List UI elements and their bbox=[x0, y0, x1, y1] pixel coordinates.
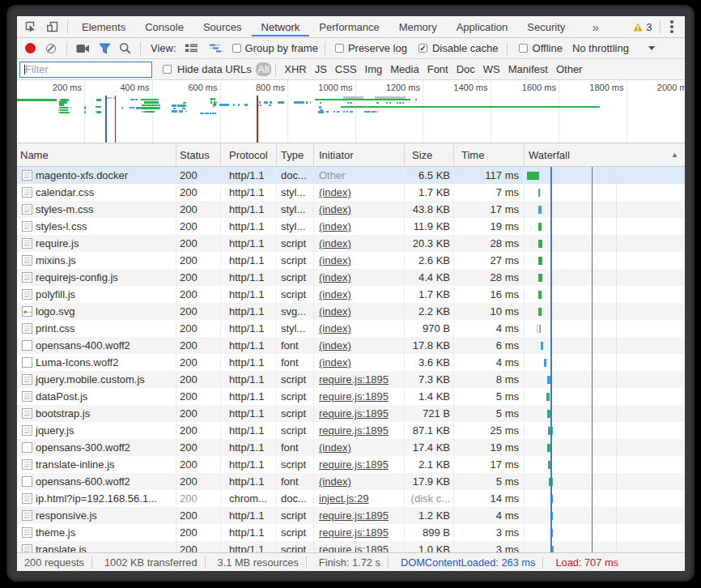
initiator-value[interactable]: require.js:1895 bbox=[319, 407, 389, 420]
overview-bar bbox=[346, 111, 348, 113]
initiator-value[interactable]: require.js:1895 bbox=[319, 458, 389, 471]
filter-type-xhr[interactable]: XHR bbox=[284, 63, 306, 75]
inspect-element-button[interactable] bbox=[24, 20, 37, 33]
initiator-value[interactable]: (index) bbox=[319, 237, 351, 249]
devtools-menu-button[interactable]: ••• bbox=[661, 20, 685, 32]
request-row[interactable]: styles-m.css200http/1.1styl...(index)43.… bbox=[17, 201, 685, 218]
console-warnings-badge[interactable]: 3 bbox=[625, 21, 660, 33]
initiator-value[interactable]: (index) bbox=[319, 203, 351, 215]
request-row[interactable]: opensans-600.woff2200http/1.1font(index)… bbox=[17, 473, 685, 490]
overview-bar bbox=[223, 104, 229, 105]
initiator-value[interactable]: (index) bbox=[319, 441, 351, 454]
request-row[interactable]: responsive.js200http/1.1scriptrequire.js… bbox=[17, 507, 685, 524]
column-header-time[interactable]: Time bbox=[454, 143, 525, 166]
filter-type-ws[interactable]: WS bbox=[483, 63, 500, 75]
request-row[interactable]: requirejs-config.js200http/1.1script(ind… bbox=[17, 269, 685, 286]
request-row[interactable]: calendar.css200http/1.1styl...(index)1.7… bbox=[17, 184, 685, 201]
tab-security[interactable]: Security bbox=[517, 16, 575, 37]
initiator-value[interactable]: (index) bbox=[319, 271, 351, 283]
initiator-value[interactable]: require.js:1895 bbox=[319, 390, 389, 403]
request-row[interactable]: logo.svg200http/1.1svg...(index)2.2 KB10… bbox=[17, 303, 685, 320]
filter-input[interactable]: Filter bbox=[19, 62, 152, 78]
request-row[interactable]: print.css200http/1.1styl...(index)970 B4… bbox=[17, 320, 685, 337]
filter-type-other[interactable]: Other bbox=[556, 63, 583, 75]
protocol-value: chrom... bbox=[229, 492, 267, 505]
filter-button[interactable] bbox=[99, 43, 111, 54]
initiator-value[interactable]: require.js:1895 bbox=[319, 373, 389, 386]
initiator-value[interactable]: (index) bbox=[319, 356, 351, 369]
tab-network[interactable]: Network bbox=[252, 16, 310, 37]
tab-sources[interactable]: Sources bbox=[193, 16, 252, 37]
overview-bar bbox=[60, 112, 68, 113]
offline-checkbox[interactable]: Offline bbox=[519, 42, 563, 54]
hide-data-urls-checkbox[interactable]: Hide data URLs bbox=[163, 63, 252, 75]
request-row[interactable]: jquery.mobile.custom.js200http/1.1script… bbox=[17, 371, 685, 388]
request-row[interactable]: theme.js200http/1.1scriptrequire.js:1895… bbox=[17, 524, 685, 541]
more-tabs-button[interactable]: » bbox=[583, 20, 625, 34]
initiator-value[interactable]: (index) bbox=[319, 220, 351, 232]
request-row[interactable]: opensans-400.woff2200http/1.1font(index)… bbox=[17, 337, 685, 354]
request-name: logo.svg bbox=[36, 305, 74, 317]
record-network-log-button[interactable] bbox=[25, 43, 36, 53]
show-overview-button[interactable] bbox=[210, 44, 223, 53]
column-header-protocol[interactable]: Protocol bbox=[221, 143, 277, 166]
request-row[interactable]: translate-inline.js200http/1.1scriptrequ… bbox=[17, 456, 685, 473]
request-row[interactable]: styles-l.css200http/1.1styl...(index)11.… bbox=[17, 218, 685, 235]
time-value: 5 ms bbox=[496, 407, 519, 420]
filter-type-img[interactable]: Img bbox=[365, 63, 383, 75]
tab-application[interactable]: Application bbox=[447, 16, 518, 37]
initiator-value[interactable]: (index) bbox=[319, 186, 351, 198]
column-header-size[interactable]: Size bbox=[405, 143, 454, 166]
initiator-value[interactable]: require.js:1895 bbox=[319, 543, 389, 552]
initiator-value[interactable]: inject.js:29 bbox=[319, 492, 368, 505]
column-header-name[interactable]: Name bbox=[17, 143, 176, 166]
cell-type: font bbox=[277, 473, 314, 490]
preserve-log-checkbox[interactable]: Preserve log bbox=[335, 42, 407, 54]
initiator-value[interactable]: require.js:1895 bbox=[319, 509, 389, 522]
capture-screenshots-button[interactable] bbox=[76, 44, 90, 53]
filter-type-font[interactable]: Font bbox=[427, 63, 448, 75]
use-large-rows-button[interactable] bbox=[185, 44, 198, 53]
clear-network-log-button[interactable] bbox=[46, 44, 56, 53]
request-row[interactable]: require.js200http/1.1script(index)20.3 K… bbox=[17, 235, 685, 252]
initiator-value[interactable]: (index) bbox=[319, 339, 351, 352]
request-row[interactable]: magento-xfs.docker200http/1.1doc...Other… bbox=[17, 167, 685, 184]
filter-type-manifest[interactable]: Manifest bbox=[508, 63, 548, 75]
initiator-value[interactable]: require.js:1895 bbox=[319, 424, 389, 437]
request-row[interactable]: ip.html?ip=192.168.56.1...200chrom...doc… bbox=[17, 490, 685, 507]
initiator-value[interactable]: (index) bbox=[319, 305, 351, 317]
initiator-value[interactable]: (index) bbox=[319, 254, 351, 266]
request-row[interactable]: jquery.js200http/1.1scriptrequire.js:189… bbox=[17, 422, 685, 439]
filter-type-all[interactable]: All bbox=[256, 62, 271, 76]
tab-console[interactable]: Console bbox=[135, 16, 193, 37]
initiator-value[interactable]: (index) bbox=[319, 322, 351, 334]
tab-memory[interactable]: Memory bbox=[389, 16, 447, 37]
request-row[interactable]: Luma-Icons.woff2200http/1.1font(index)3.… bbox=[17, 354, 685, 371]
request-row[interactable]: mixins.js200http/1.1script(index)2.6 KB2… bbox=[17, 252, 685, 269]
initiator-value[interactable]: require.js:1895 bbox=[319, 526, 389, 539]
filter-type-js[interactable]: JS bbox=[315, 63, 327, 75]
filter-type-doc[interactable]: Doc bbox=[457, 63, 475, 75]
disable-cache-checkbox[interactable]: Disable cache bbox=[418, 42, 499, 54]
column-header-status[interactable]: Status bbox=[176, 143, 221, 166]
initiator-value[interactable]: (index) bbox=[319, 288, 351, 300]
request-row[interactable]: bootstrap.js200http/1.1scriptrequire.js:… bbox=[17, 405, 685, 422]
column-header-initiator[interactable]: Initiator bbox=[314, 143, 405, 166]
column-header-waterfall[interactable]: Waterfall▲ bbox=[525, 143, 685, 166]
initiator-value[interactable]: (index) bbox=[319, 475, 351, 488]
group-by-frame-checkbox[interactable]: Group by frame bbox=[232, 42, 318, 54]
request-row[interactable]: opensans-300.woff2200http/1.1font(index)… bbox=[17, 439, 685, 456]
throttling-select[interactable]: No throttling bbox=[572, 42, 629, 54]
filter-type-media[interactable]: Media bbox=[390, 63, 418, 75]
tab-performance[interactable]: Performance bbox=[309, 16, 389, 37]
toggle-device-toolbar-button[interactable] bbox=[46, 20, 59, 33]
gridline bbox=[616, 167, 617, 552]
column-header-type[interactable]: Type bbox=[277, 143, 314, 166]
request-row[interactable]: translate.js200http/1.1scriptrequire.js:… bbox=[17, 541, 685, 552]
network-overview[interactable]: 200 ms400 ms600 ms800 ms1000 ms1200 ms14… bbox=[17, 80, 685, 143]
tab-elements[interactable]: Elements bbox=[72, 16, 135, 37]
search-button[interactable] bbox=[119, 42, 131, 54]
request-row[interactable]: polyfill.js200http/1.1script(index)1.7 K… bbox=[17, 286, 685, 303]
filter-type-css[interactable]: CSS bbox=[335, 63, 357, 75]
request-row[interactable]: dataPost.js200http/1.1scriptrequire.js:1… bbox=[17, 388, 685, 405]
